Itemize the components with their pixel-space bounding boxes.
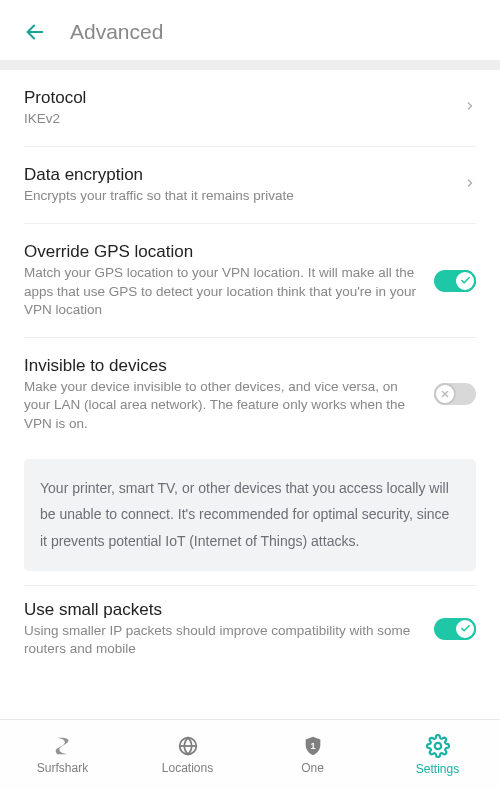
row-title: Use small packets (24, 600, 422, 620)
check-icon (460, 623, 471, 634)
row-invisible-to-devices: Invisible to devices Make your device in… (0, 338, 500, 451)
page-title: Advanced (70, 20, 163, 44)
row-subtitle: Make your device invisible to other devi… (24, 378, 422, 433)
info-box-invisible: Your printer, smart TV, or other devices… (24, 459, 476, 571)
chevron-right-icon (464, 173, 476, 197)
bottom-nav: Surfshark Locations 1 One Settings (0, 719, 500, 789)
toggle-use-small-packets[interactable] (434, 618, 476, 640)
row-title: Invisible to devices (24, 356, 422, 376)
gear-icon (426, 734, 450, 758)
row-title: Protocol (24, 88, 452, 108)
back-button[interactable] (24, 21, 46, 43)
nav-item-locations[interactable]: Locations (125, 720, 250, 789)
row-value: IKEv2 (24, 110, 452, 128)
svg-point-6 (434, 742, 440, 748)
globe-icon (177, 735, 199, 757)
header: Advanced (0, 0, 500, 60)
toggle-invisible-to-devices[interactable] (434, 383, 476, 405)
nav-label: Locations (162, 761, 213, 775)
x-icon (440, 389, 450, 399)
nav-item-one[interactable]: 1 One (250, 720, 375, 789)
section-gap (0, 60, 500, 70)
content-area: Protocol IKEv2 Data encryption Encrypts … (0, 70, 500, 719)
nav-item-surfshark[interactable]: Surfshark (0, 720, 125, 789)
row-title: Data encryption (24, 165, 452, 185)
nav-label: Surfshark (37, 761, 88, 775)
arrow-left-icon (24, 21, 46, 43)
nav-label: One (301, 761, 324, 775)
row-data-encryption[interactable]: Data encryption Encrypts your traffic so… (0, 147, 500, 223)
row-use-small-packets: Use small packets Using smaller IP packe… (0, 586, 500, 662)
content-fade (0, 711, 500, 719)
chevron-right-icon (464, 96, 476, 120)
nav-label: Settings (416, 762, 459, 776)
row-override-gps: Override GPS location Match your GPS loc… (0, 224, 500, 337)
row-subtitle: Encrypts your traffic so that it remains… (24, 187, 452, 205)
row-subtitle: Match your GPS location to your VPN loca… (24, 264, 422, 319)
shield-one-icon: 1 (302, 735, 324, 757)
row-protocol[interactable]: Protocol IKEv2 (0, 70, 500, 146)
nav-item-settings[interactable]: Settings (375, 720, 500, 789)
check-icon (460, 275, 471, 286)
svg-text:1: 1 (310, 740, 315, 750)
row-title: Override GPS location (24, 242, 422, 262)
surfshark-icon (52, 735, 74, 757)
row-subtitle: Using smaller IP packets should improve … (24, 622, 422, 658)
toggle-override-gps[interactable] (434, 270, 476, 292)
